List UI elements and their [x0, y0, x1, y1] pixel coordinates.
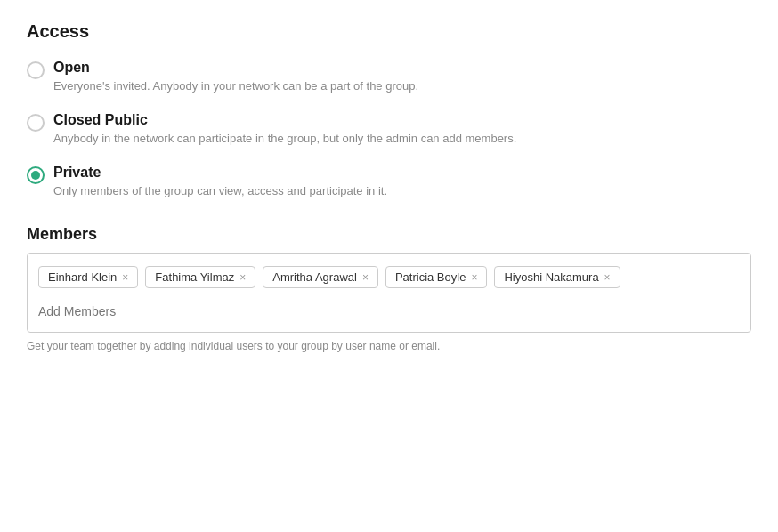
- access-options: Open Everyone's invited. Anybody in your…: [27, 60, 751, 200]
- member-tag: Einhard Klein×: [38, 266, 138, 288]
- remove-member-icon[interactable]: ×: [239, 272, 246, 283]
- member-tag: Fathima Yilmaz×: [145, 266, 255, 288]
- member-name: Hiyoshi Nakamura: [504, 270, 598, 284]
- radio-circle-closed-public: [27, 114, 45, 132]
- remove-member-icon[interactable]: ×: [122, 272, 128, 283]
- option-open-content: Open Everyone's invited. Anybody in your…: [53, 60, 418, 94]
- member-name: Einhard Klein: [48, 270, 117, 284]
- option-closed-public[interactable]: Closed Public Anybody in the network can…: [27, 112, 751, 147]
- member-name: Fathima Yilmaz: [155, 270, 234, 284]
- radio-closed-public[interactable]: [27, 114, 45, 132]
- option-private-content: Private Only members of the group can vi…: [53, 165, 387, 199]
- add-members-input[interactable]: [38, 304, 194, 318]
- member-tag: Hiyoshi Nakamura×: [494, 266, 620, 288]
- members-section: Members Einhard Klein×Fathima Yilmaz×Amr…: [27, 225, 751, 352]
- radio-circle-open: [27, 61, 45, 79]
- option-private-desc: Only members of the group can view, acce…: [53, 183, 387, 199]
- option-closed-public-label: Closed Public: [53, 112, 516, 128]
- option-open[interactable]: Open Everyone's invited. Anybody in your…: [27, 60, 751, 94]
- option-open-desc: Everyone's invited. Anybody in your netw…: [53, 78, 418, 94]
- radio-circle-private: [27, 166, 45, 184]
- remove-member-icon[interactable]: ×: [362, 272, 369, 283]
- member-name: Patricia Boyle: [395, 270, 466, 284]
- member-tag: Patricia Boyle×: [385, 266, 488, 288]
- option-private-label: Private: [53, 165, 387, 181]
- radio-open[interactable]: [27, 61, 45, 79]
- members-box[interactable]: Einhard Klein×Fathima Yilmaz×Amritha Agr…: [27, 253, 751, 333]
- option-open-label: Open: [53, 60, 418, 76]
- remove-member-icon[interactable]: ×: [604, 272, 611, 283]
- member-name: Amritha Agrawal: [272, 270, 357, 284]
- option-closed-public-desc: Anybody in the network can participate i…: [53, 131, 516, 147]
- option-closed-public-content: Closed Public Anybody in the network can…: [53, 112, 516, 147]
- member-tag: Amritha Agrawal×: [263, 266, 378, 288]
- remove-member-icon[interactable]: ×: [471, 272, 477, 283]
- access-title: Access: [27, 21, 751, 42]
- members-title: Members: [27, 225, 751, 244]
- members-hint: Get your team together by adding individ…: [27, 340, 751, 352]
- option-private[interactable]: Private Only members of the group can vi…: [27, 165, 751, 199]
- radio-private[interactable]: [27, 166, 45, 184]
